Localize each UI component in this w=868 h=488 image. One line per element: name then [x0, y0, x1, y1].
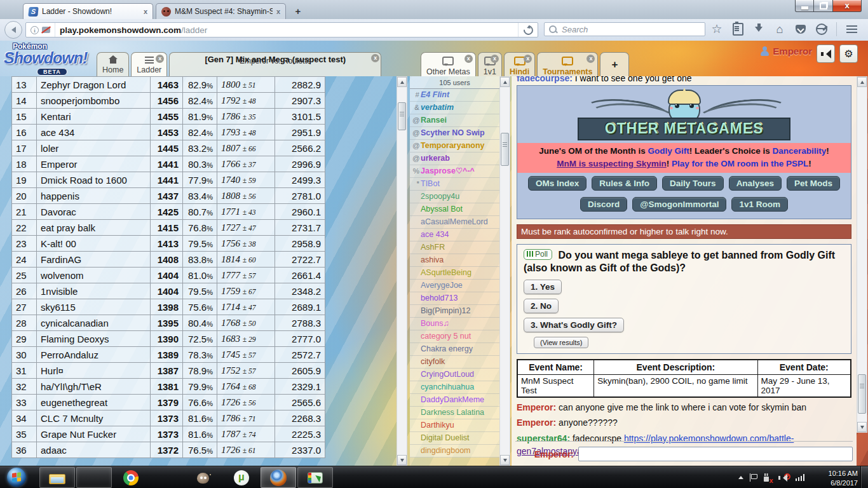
volume-muted-icon[interactable]: [778, 473, 789, 482]
list-item[interactable]: @urkerab: [410, 152, 499, 165]
list-item[interactable]: @Temporaryanony: [410, 140, 499, 152]
ps-user-area[interactable]: Emperor: [760, 46, 812, 57]
ps-tab-other-metas[interactable]: Other Metasx: [421, 52, 476, 76]
search-input[interactable]: [560, 24, 700, 35]
room-button-daily-tours[interactable]: Daily Tours: [662, 176, 724, 191]
sound-button[interactable]: [817, 44, 835, 63]
list-item[interactable]: Digital Duelist: [410, 432, 499, 445]
tab-close-icon[interactable]: x: [491, 55, 499, 63]
username[interactable]: AverygeJoe: [421, 281, 463, 290]
tab-close-icon[interactable]: x: [276, 8, 280, 15]
username[interactable]: ace 434: [421, 230, 449, 239]
taskbar-utorrent-button[interactable]: [224, 467, 259, 488]
username[interactable]: CryingOutLoud: [421, 370, 474, 379]
taskbar-sticky-notes-button[interactable]: [76, 467, 112, 488]
username[interactable]: Abyssal Bot: [421, 205, 463, 214]
username[interactable]: Darkness Lalatina: [421, 408, 484, 417]
restore-button[interactable]: [814, 0, 832, 12]
room-button-oms-index[interactable]: OMs Index: [528, 176, 587, 191]
url-bar[interactable]: i play.pokemonshowdown.com/ladder: [25, 22, 538, 37]
reload-button[interactable]: [518, 23, 538, 37]
username[interactable]: AshFR: [421, 243, 445, 252]
tab-close-icon[interactable]: x: [144, 8, 147, 15]
list-item[interactable]: *TIBot: [410, 178, 499, 191]
username[interactable]: Big(Pimpin)12: [421, 306, 471, 315]
show-desktop-button[interactable]: [860, 466, 868, 488]
browser-tab[interactable]: M&M Suspect #4: Shaymin-Sx: [156, 3, 286, 19]
list-item[interactable]: Chakra energy: [410, 343, 499, 356]
list-item[interactable]: ashiva: [410, 254, 499, 267]
poll-option-button[interactable]: 1. Yes: [524, 280, 562, 294]
list-item[interactable]: Bouns♫: [410, 318, 499, 330]
chat-input[interactable]: [578, 447, 853, 461]
bookmarks-menu-icon[interactable]: [731, 23, 744, 36]
action-center-flag-icon[interactable]: [750, 473, 757, 482]
list-item[interactable]: behold713: [410, 292, 499, 305]
taskbar-calculator-button[interactable]: [150, 467, 186, 488]
ps-tab-1v1[interactable]: 1v1x: [478, 52, 502, 76]
ps-username[interactable]: Emperor: [773, 46, 812, 57]
room-button-pet-mods[interactable]: Pet Mods: [787, 176, 840, 191]
tab-close-icon[interactable]: x: [465, 55, 473, 63]
list-item[interactable]: AshFR: [410, 241, 499, 254]
close-button[interactable]: x: [832, 0, 862, 12]
ps-tab-tournaments[interactable]: Tournamentsx: [537, 52, 598, 76]
scroll-down-button[interactable]: [500, 455, 510, 465]
new-tab-button[interactable]: +: [290, 5, 306, 18]
list-item[interactable]: Darthikyu: [410, 419, 499, 432]
services-globe-icon[interactable]: [815, 23, 828, 36]
room-button-discord[interactable]: Discord: [580, 197, 627, 212]
list-item[interactable]: cyanchihuahua: [410, 381, 499, 394]
home-icon[interactable]: ⌂: [773, 23, 786, 36]
username[interactable]: Chakra energy: [421, 344, 473, 353]
poll-option-button[interactable]: 3. What's Godly Gift?: [524, 318, 624, 332]
ps-new-tab-button[interactable]: +: [600, 52, 629, 76]
scrollbar-thumb[interactable]: [398, 102, 406, 130]
username[interactable]: Bouns♫: [421, 319, 449, 328]
taskbar-chrome-button[interactable]: [113, 467, 149, 488]
list-item[interactable]: aCasualMemeLord: [410, 216, 499, 229]
taskbar-idm-button[interactable]: [297, 467, 333, 488]
settings-button[interactable]: ⚙: [839, 44, 858, 63]
room-button-analyses[interactable]: Analyses: [729, 176, 782, 191]
power-disconnected-icon[interactable]: x: [763, 473, 772, 482]
bookmark-star-icon[interactable]: ☆: [710, 23, 723, 36]
list-item[interactable]: category 5 nut: [410, 330, 499, 343]
username[interactable]: cyanchihuahua: [421, 383, 474, 391]
scrollbar-thumb[interactable]: [501, 133, 509, 166]
ps-tab--gen-7-mix-and-mega-suspect-test-[interactable]: [Gen 7] Mix and Mega (suspect test)Emper…: [169, 52, 381, 76]
taskbar-firefox-button[interactable]: [261, 467, 296, 488]
tab-close-icon[interactable]: x: [156, 55, 164, 63]
ps-tab-home[interactable]: Home: [97, 52, 129, 76]
announcement-link[interactable]: Godly Gift: [648, 146, 689, 156]
chat-username[interactable]: Emperor:: [517, 402, 556, 412]
poll-option-button[interactable]: 2. No: [524, 299, 559, 313]
network-signal-icon[interactable]: [796, 474, 805, 481]
room-button--smogonimmortal[interactable]: @SmogonImmortal: [632, 197, 726, 212]
chat-username[interactable]: Emperor:: [517, 417, 556, 428]
chat-scrollbar[interactable]: [857, 76, 867, 433]
username[interactable]: verbatim: [421, 103, 454, 112]
list-item[interactable]: @Scyther NO Swip: [410, 127, 499, 140]
scroll-up-button[interactable]: [500, 77, 510, 87]
username[interactable]: ashiva: [421, 255, 444, 264]
downloads-icon[interactable]: [752, 23, 765, 36]
menu-button[interactable]: [845, 23, 858, 36]
tab-close-icon[interactable]: x: [524, 55, 532, 63]
room-button-1v1-room[interactable]: 1v1 Room: [731, 197, 788, 212]
start-button[interactable]: [7, 468, 26, 487]
list-item[interactable]: AverygeJoe: [410, 280, 499, 292]
taskbar-gimp-button[interactable]: [187, 467, 222, 488]
announcement-link[interactable]: Dancerability: [772, 146, 826, 156]
list-item[interactable]: ASqurtleBeing: [410, 267, 499, 280]
pocket-icon[interactable]: [794, 23, 807, 36]
scroll-down-button[interactable]: [397, 455, 407, 465]
ps-tab-ladder[interactable]: Ladderx: [131, 52, 167, 76]
username[interactable]: Ransei: [421, 116, 447, 125]
list-item[interactable]: DaddyDankMeme: [410, 394, 499, 407]
username[interactable]: Jasprose♡^-^: [421, 166, 475, 175]
room-button-rules-info[interactable]: Rules & Info: [592, 176, 657, 191]
list-item[interactable]: #E4 Flint: [410, 89, 499, 102]
list-item[interactable]: dingdingboom: [410, 445, 499, 458]
username[interactable]: Temporaryanony: [421, 141, 485, 150]
